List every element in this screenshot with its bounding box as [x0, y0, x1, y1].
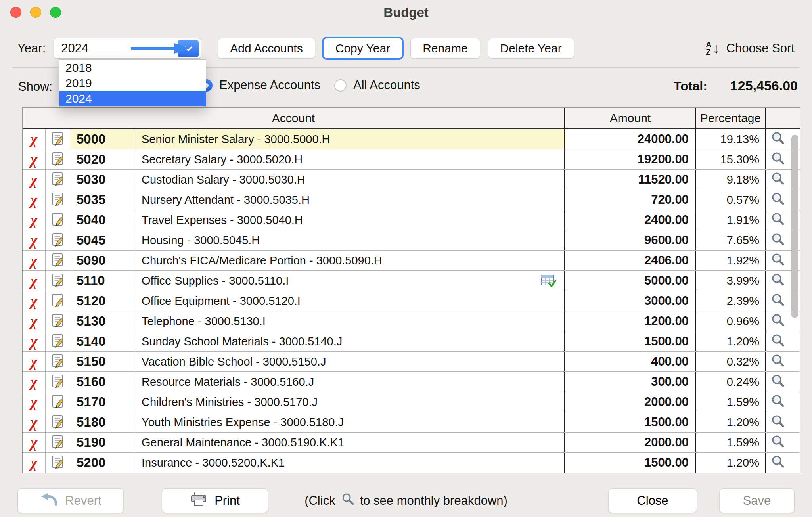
account-name: Secretary Salary - 3000.5020.H	[142, 153, 303, 166]
magnifier-button[interactable]	[765, 190, 789, 210]
delete-x-icon: χ	[31, 294, 37, 308]
magnifier-button[interactable]	[765, 433, 789, 452]
magnifier-button[interactable]	[765, 230, 789, 250]
magnifier-button[interactable]	[765, 210, 789, 230]
year-option[interactable]: 2018	[59, 60, 206, 75]
table-row[interactable]: χ 5140 Sunday School Materials - 3000.51…	[23, 331, 800, 352]
scrollbar-thumb[interactable]	[791, 135, 798, 318]
edit-button[interactable]	[46, 230, 70, 250]
delete-button[interactable]: χ	[23, 210, 46, 230]
save-button[interactable]: Save	[719, 488, 795, 513]
delete-button[interactable]: χ	[23, 372, 46, 392]
percentage-value: 9.18%	[695, 170, 765, 190]
edit-button[interactable]	[46, 149, 70, 169]
delete-button[interactable]: χ	[23, 129, 46, 149]
table-row[interactable]: χ 5150 Vacation Bible School - 3000.5150…	[23, 352, 800, 372]
table-row[interactable]: χ 5000 Senior Minister Salary - 3000.500…	[23, 129, 800, 149]
magnifier-button[interactable]	[765, 170, 789, 190]
edit-button[interactable]	[46, 352, 70, 371]
edit-button[interactable]	[46, 453, 70, 473]
account-name: Church's FICA/Medicare Portion - 3000.50…	[142, 254, 382, 267]
magnifier-button[interactable]	[765, 311, 789, 331]
table-row[interactable]: χ 5200 Insurance - 3000.5200.K.K1 1500.0…	[23, 453, 800, 473]
table-row[interactable]: χ 5190 General Maintenance - 3000.5190.K…	[23, 433, 800, 453]
delete-button[interactable]: χ	[23, 453, 46, 473]
year-option[interactable]: 2024	[59, 91, 206, 106]
magnifier-button[interactable]	[765, 412, 789, 432]
chevron-down-icon[interactable]	[178, 40, 199, 57]
delete-button[interactable]: χ	[23, 251, 46, 270]
table-row[interactable]: χ 5120 Office Equipment - 3000.5120.I 30…	[23, 291, 800, 311]
account-name: General Maintenance - 3000.5190.K.K1	[142, 436, 344, 449]
table-row[interactable]: χ 5035 Nursery Attendant - 3000.5035.H 7…	[23, 190, 800, 210]
table-row[interactable]: χ 5170 Children's Ministries - 3000.5170…	[23, 392, 800, 412]
print-button[interactable]: Print	[162, 488, 268, 513]
magnifier-button[interactable]	[765, 271, 789, 291]
choose-sort-button[interactable]: AZ ↓ Choose Sort	[706, 41, 795, 56]
year-option[interactable]: 2019	[59, 75, 206, 91]
edit-button[interactable]	[46, 251, 70, 270]
delete-x-icon: χ	[31, 152, 37, 167]
table-row[interactable]: χ 5130 Telephone - 3000.5130.I 1200.00 0…	[23, 311, 800, 331]
edit-button[interactable]	[46, 291, 70, 311]
delete-button[interactable]: χ	[23, 190, 46, 210]
table-row[interactable]: χ 5020 Secretary Salary - 3000.5020.H 19…	[23, 149, 800, 170]
magnifier-button[interactable]	[765, 352, 789, 371]
table-row[interactable]: χ 5110 Office Supplies - 3000.5110.I	[23, 271, 800, 291]
delete-year-button[interactable]: Delete Year	[488, 38, 574, 59]
magnifier-button[interactable]	[765, 291, 789, 311]
table-row[interactable]: χ 5090 Church's FICA/Medicare Portion - …	[23, 251, 800, 271]
table-row[interactable]: χ 5160 Resource Materials - 3000.5160.J …	[23, 372, 800, 392]
table-row[interactable]: χ 5180 Youth Ministries Expense - 3000.5…	[23, 412, 800, 433]
window-minimize-icon[interactable]	[30, 7, 41, 18]
show-label: Show:	[18, 80, 52, 94]
window-close-icon[interactable]	[10, 7, 21, 18]
delete-button[interactable]: χ	[23, 433, 46, 452]
delete-button[interactable]: χ	[23, 149, 46, 169]
edit-button[interactable]	[46, 210, 70, 230]
magnifier-button[interactable]	[765, 372, 789, 392]
delete-button[interactable]: χ	[23, 230, 46, 250]
delete-button[interactable]: χ	[23, 331, 46, 351]
delete-button[interactable]: χ	[23, 412, 46, 432]
edit-button[interactable]	[46, 433, 70, 452]
delete-button[interactable]: χ	[23, 170, 46, 190]
magnifier-button[interactable]	[765, 331, 789, 351]
edit-button[interactable]	[46, 372, 70, 392]
edit-button[interactable]	[46, 129, 70, 149]
magnifier-button[interactable]	[765, 251, 789, 270]
magnifier-button[interactable]	[765, 149, 789, 169]
edit-button[interactable]	[46, 311, 70, 331]
edit-button[interactable]	[46, 271, 70, 291]
edit-button[interactable]	[46, 331, 70, 351]
window-zoom-icon[interactable]	[50, 7, 61, 18]
delete-button[interactable]: χ	[23, 311, 46, 331]
delete-button[interactable]: χ	[23, 271, 46, 291]
magnifier-button[interactable]	[765, 453, 789, 473]
edit-button[interactable]	[46, 190, 70, 210]
rename-button[interactable]: Rename	[410, 38, 480, 59]
hint-prefix: (Click	[304, 494, 335, 508]
radio-expense-accounts[interactable]: Expense Accounts	[200, 78, 320, 92]
revert-button[interactable]: Revert	[17, 488, 124, 513]
magnifier-button[interactable]	[765, 392, 789, 412]
table-row[interactable]: χ 5045 Housing - 3000.5045.H 9600.00 7.6…	[23, 230, 800, 251]
edit-button[interactable]	[46, 392, 70, 412]
delete-button[interactable]: χ	[23, 352, 46, 371]
add-accounts-button[interactable]: Add Accounts	[218, 38, 315, 59]
close-button[interactable]: Close	[608, 488, 697, 513]
edit-button[interactable]	[46, 170, 70, 190]
account-name: Telephone - 3000.5130.I	[142, 315, 266, 328]
year-select[interactable]: 2024	[54, 38, 201, 59]
table-row[interactable]: χ 5040 Travel Expenses - 3000.5040.H 240…	[23, 210, 800, 230]
radio-all-accounts[interactable]: All Accounts	[334, 78, 420, 92]
delete-button[interactable]: χ	[23, 392, 46, 412]
copy-year-button[interactable]: Copy Year	[323, 38, 402, 59]
delete-x-icon: χ	[31, 435, 37, 450]
toolbar: Year: 2024 Add Accounts Copy Year Rename…	[0, 37, 812, 59]
magnifier-button[interactable]	[765, 129, 789, 149]
table-row[interactable]: χ 5030 Custodian Salary - 3000.5030.H 11…	[23, 170, 800, 190]
delete-button[interactable]: χ	[23, 291, 46, 311]
edit-button[interactable]	[46, 412, 70, 432]
magnifier-icon	[771, 253, 785, 268]
